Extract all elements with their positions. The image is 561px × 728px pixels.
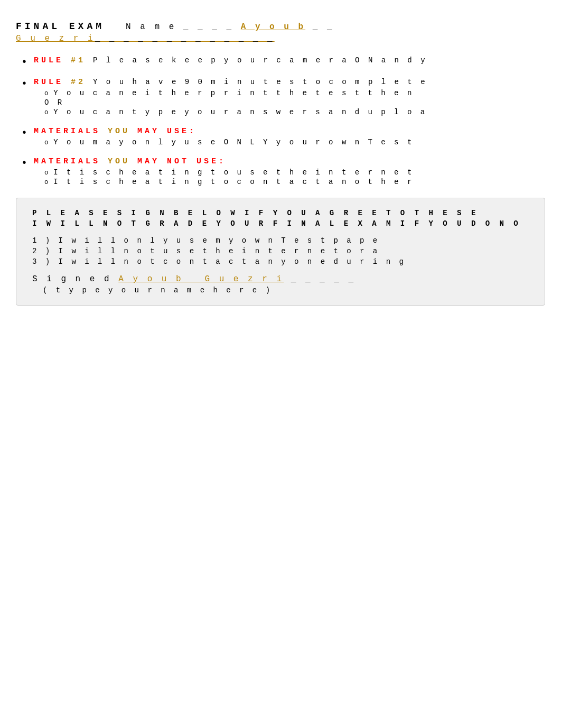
rule-2-sub-or: O R (44, 98, 545, 107)
materials-may-use-sublist: o Y o u m a y o n l y u s e O N L Y y o … (34, 138, 545, 146)
please-sign-text: P L E A S E S I G N B E L O W I F Y O U … (32, 209, 529, 217)
sub-bullet-4-2: o (44, 179, 50, 186)
sub-bullet-4-1: o (44, 169, 50, 177)
signed-line: S i g n e d A y o u b _ G u e z r i _ _ … (32, 274, 529, 284)
rules-section: • RULE #1 P l e a s e k e e p y o u r c … (16, 56, 545, 187)
pledge-1: 1 ) I w i l l o n l y u s e m y o w n T … (32, 236, 529, 245)
pledge-2: 2 ) I w i l l n o t u s e t h e i n t e … (32, 247, 529, 255)
rule-2-sub-1-text: Y o u c a n e i t h e r p r i n t t h e … (53, 89, 414, 97)
rule-1-text-label: RULE (34, 56, 71, 65)
signed-blanks: _ _ _ _ _ (291, 274, 356, 284)
name-field: N a m e _ _ _ _ A y o u b _ _ (126, 22, 334, 32)
rule-2-sub-2-text: Y o u c a n t y p e y o u r a n s w e r … (53, 108, 427, 116)
materials-may-not-use-label-line: MATERIALS YOU MAY NOT USE: (34, 157, 545, 166)
sub-bullet-2-2: o (44, 109, 50, 116)
materials-may-not-use-content: MATERIALS YOU MAY NOT USE: o I t i s c h… (34, 157, 545, 187)
exam-title: FINAL EXAM (16, 21, 105, 32)
rule-2-content: RULE #2 Y o u h a v e 9 0 m i n u t e s … (34, 78, 545, 117)
rule-2-or-text: O R (44, 98, 64, 107)
header-line2: G u e z r i_ _ _ _ _ _ _ _ _ _ _ _ _ (16, 34, 545, 43)
rule-1-content: RULE #1 P l e a s e k e e p y o u r c a … (34, 56, 545, 65)
signed-name: A y o u b _ G u e z r i (118, 274, 284, 284)
materials-may-use-content: MATERIALS YOU MAY USE: o Y o u m a y o n… (34, 127, 545, 148)
header-line1: FINAL EXAM N a m e _ _ _ _ A y o u b _ _ (16, 21, 545, 32)
signed-prefix: S i g n e d (32, 274, 111, 284)
bullet-4: • (21, 157, 27, 169)
rule-2-label: RULE #2 (34, 78, 93, 87)
materials-may-not-use-item: • MATERIALS YOU MAY NOT USE: o I t i s c… (21, 157, 545, 187)
signature-box: P L E A S E S I G N B E L O W I F Y O U … (16, 198, 545, 306)
materials-you-2: YOU (108, 157, 130, 166)
rule-2-suffix (86, 78, 93, 87)
rule-2-sublist: o Y o u c a n e i t h e r p r i n t t h … (34, 89, 545, 116)
materials-may-not-use-sub-2: o I t i s c h e a t i n g t o c o n t a … (44, 178, 545, 186)
rule-1-suffix (86, 56, 93, 65)
will-not-grade-text: I W I L L N O T G R A D E Y O U R F I N … (32, 219, 529, 228)
materials-may-not-use-sublist: o I t i s c h e a t i n g t o u s e t h … (34, 168, 545, 186)
bullet-3: • (21, 127, 27, 139)
rule-2-text-label: RULE (34, 78, 71, 87)
bullet-2: • (21, 78, 27, 90)
rule-1-body: P l e a s e k e e p y o u r c a m e r a … (93, 56, 427, 64)
materials-may-use-item: • MATERIALS YOU MAY USE: o Y o u m a y o… (21, 127, 545, 148)
name-prefix: N a m e _ _ _ _ (126, 22, 233, 32)
materials-may-use-sub-1-text: Y o u m a y o n l y u s e O N L Y y o u … (53, 138, 414, 146)
materials-may-use-label-line: MATERIALS YOU MAY USE: (34, 127, 545, 136)
rule-2-item: • RULE #2 Y o u h a v e 9 0 m i n u t e … (21, 78, 545, 117)
materials-may-not-use-sub-1-text: I t i s c h e a t i n g t o u s e t h e … (53, 168, 414, 177)
bullet-1: • (21, 56, 27, 68)
rule-1-item: • RULE #1 P l e a s e k e e p y o u r c … (21, 56, 545, 68)
rule-1-label: RULE #1 (34, 56, 93, 65)
rule-2-sub-2: o Y o u c a n t y p e y o u r a n s w e … (44, 108, 545, 116)
header: FINAL EXAM N a m e _ _ _ _ A y o u b _ _… (16, 21, 545, 43)
materials-may-not-use-sub-1: o I t i s c h e a t i n g t o u s e t h … (44, 168, 545, 177)
pledge-list: 1 ) I w i l l o n l y u s e m y o w n T … (32, 236, 529, 266)
type-name-hint: ( t y p e y o u r n a m e h e r e ) (43, 286, 529, 294)
materials-may-use-label: MATERIALS YOU MAY USE: (34, 127, 197, 136)
rule-1-num: #1 (71, 56, 86, 65)
header-name2: G u e z r i (16, 34, 95, 43)
rule-2-body: Y o u h a v e 9 0 m i n u t e s t o c o … (93, 78, 427, 86)
header-blanks2: _ _ _ _ _ _ _ _ _ _ _ _ _ (95, 34, 275, 43)
sub-bullet-2-1: o (44, 90, 50, 97)
rule-2-num: #2 (71, 78, 86, 87)
name-suffix: _ _ (313, 22, 334, 32)
materials-may-not-use-label: MATERIALS YOU MAY NOT USE: (34, 157, 226, 166)
materials-may-use-sub-1: o Y o u m a y o n l y u s e O N L Y y o … (44, 138, 545, 146)
sub-bullet-3-1: o (44, 139, 50, 146)
pledge-3: 3 ) I w i l l n o t c o n t a c t a n y … (32, 257, 529, 266)
rule-2-sub-1: o Y o u c a n e i t h e r p r i n t t h … (44, 89, 545, 97)
rule-2-header-line: RULE #2 Y o u h a v e 9 0 m i n u t e s … (34, 78, 545, 87)
materials-may-not-use-sub-2-text: I t i s c h e a t i n g t o c o n t a c … (53, 178, 414, 186)
materials-you-1: YOU (108, 127, 130, 136)
name-value: A y o u b (241, 22, 305, 32)
